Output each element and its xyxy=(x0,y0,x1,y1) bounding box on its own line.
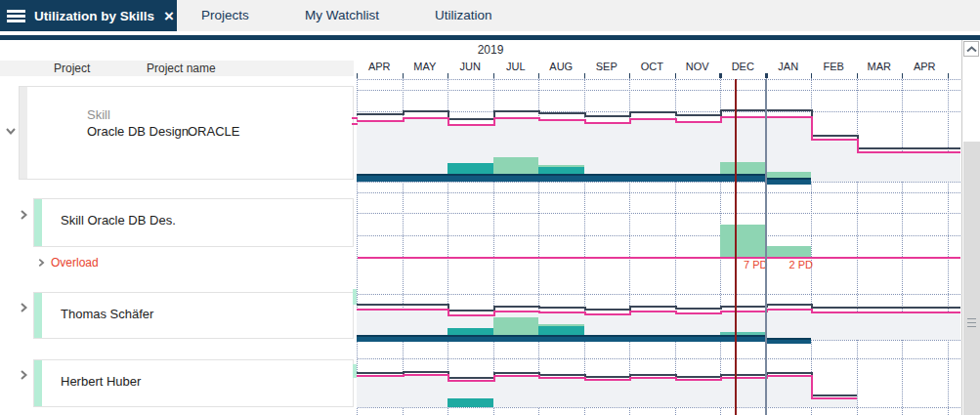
capacity-line-max xyxy=(493,372,539,374)
month-label: APR xyxy=(905,61,944,74)
capacity-line-planned xyxy=(766,116,812,118)
utilization-bar[interactable] xyxy=(766,172,812,178)
capacity-step xyxy=(584,307,586,311)
capacity-line-planned xyxy=(811,397,857,399)
month-tick xyxy=(811,73,812,78)
capacity-step-planned xyxy=(584,311,586,315)
capacity-step-planned xyxy=(447,374,449,382)
period-end-line xyxy=(765,79,767,415)
capacity-fill xyxy=(493,377,539,407)
capacity-line-max xyxy=(902,307,948,309)
capacity-line-max xyxy=(948,147,961,149)
capacity-line-max xyxy=(766,109,812,111)
capacity-line-planned xyxy=(584,313,630,315)
capacity-line-planned xyxy=(403,309,448,311)
vertical-scrollbar[interactable] xyxy=(961,40,980,415)
month-tick xyxy=(675,73,676,78)
row-edge-mark xyxy=(353,364,357,378)
capacity-line-planned xyxy=(538,377,584,379)
capacity-step-planned xyxy=(675,118,677,123)
capacity-step-planned xyxy=(538,117,540,121)
booked-bar xyxy=(357,176,766,182)
capacity-line-max xyxy=(584,309,630,311)
utilization-bar[interactable] xyxy=(720,162,766,174)
utilization-chart: 7 PD2 PDAPRMAYJUNJULAUGSEPOCTNOVDECJANFE… xyxy=(0,0,980,415)
capacity-line-planned xyxy=(629,377,675,379)
utilization-bar[interactable] xyxy=(493,157,539,174)
utilization-bar[interactable] xyxy=(720,332,766,335)
booked-bar xyxy=(766,180,812,185)
month-label: JAN xyxy=(769,61,808,74)
capacity-line-max xyxy=(811,394,857,396)
capacity-step-planned xyxy=(584,119,586,124)
month-gridline xyxy=(902,78,903,415)
capacity-line-planned xyxy=(766,309,812,311)
capacity-fill xyxy=(720,379,766,407)
month-label: AUG xyxy=(541,61,580,74)
month-tick xyxy=(403,73,404,78)
capacity-line-planned xyxy=(403,117,448,119)
capacity-step-planned xyxy=(811,375,813,399)
scrollbar-grip-icon xyxy=(967,318,976,330)
today-line xyxy=(735,79,737,415)
capacity-line-planned xyxy=(766,375,812,377)
app-window: Utilization by Skills × Projects My Watc… xyxy=(0,0,980,415)
capacity-line-max xyxy=(447,377,493,379)
utilization-bar[interactable] xyxy=(447,328,493,335)
capacity-line-planned xyxy=(358,257,960,259)
capacity-step xyxy=(538,110,540,114)
capacity-line-planned xyxy=(538,119,584,121)
capacity-line-max xyxy=(403,371,448,373)
month-label: MAY xyxy=(405,61,445,74)
capacity-fill xyxy=(948,313,961,340)
capacity-line-planned xyxy=(629,311,675,312)
capacity-step-planned xyxy=(857,139,859,153)
capacity-line-max xyxy=(447,310,493,311)
capacity-step-planned xyxy=(811,116,813,141)
capacity-step-planned xyxy=(584,377,586,381)
capacity-fill xyxy=(948,153,961,182)
capacity-line-max xyxy=(403,304,448,306)
capacity-line-max xyxy=(675,114,721,116)
capacity-line-planned xyxy=(675,312,721,314)
capacity-fill xyxy=(902,153,948,182)
capacity-fill xyxy=(811,313,857,340)
capacity-line-planned xyxy=(857,151,903,153)
capacity-fill xyxy=(902,313,948,340)
month-label: DEC xyxy=(723,61,762,74)
utilization-bar[interactable] xyxy=(538,167,584,174)
capacity-step xyxy=(584,112,586,117)
capacity-line-planned xyxy=(629,118,675,120)
capacity-step-planned xyxy=(538,311,540,313)
scrollbar-thumb[interactable] xyxy=(963,142,980,415)
capacity-line-max xyxy=(538,307,584,309)
capacity-line-max xyxy=(493,110,539,112)
capacity-line-max xyxy=(403,110,448,112)
capacity-step xyxy=(720,109,722,116)
capacity-line-planned xyxy=(538,311,584,313)
capacity-step xyxy=(675,111,677,116)
capacity-line-max xyxy=(675,308,721,310)
utilization-bar[interactable] xyxy=(447,163,493,174)
utilization-bar[interactable] xyxy=(720,225,766,257)
month-tick xyxy=(719,73,722,78)
capacity-line-max xyxy=(357,372,403,374)
capacity-step-planned xyxy=(629,118,631,124)
capacity-line-planned xyxy=(447,314,493,316)
capacity-step-planned xyxy=(629,377,631,381)
capacity-line-max xyxy=(720,374,766,376)
capacity-step-planned xyxy=(447,309,449,316)
utilization-bar[interactable] xyxy=(447,398,493,407)
scroll-up-icon xyxy=(966,46,977,53)
capacity-step xyxy=(538,306,540,309)
month-tick xyxy=(584,73,585,78)
capacity-line-planned xyxy=(857,311,903,313)
capacity-line-max xyxy=(811,307,857,309)
scroll-up-button[interactable] xyxy=(963,41,979,57)
utilization-bar[interactable] xyxy=(493,317,539,335)
utilization-bar[interactable] xyxy=(538,326,584,335)
capacity-line-max xyxy=(902,147,948,149)
utilization-bar[interactable] xyxy=(766,246,812,257)
capacity-fill xyxy=(538,379,584,407)
capacity-line-max xyxy=(538,112,584,114)
